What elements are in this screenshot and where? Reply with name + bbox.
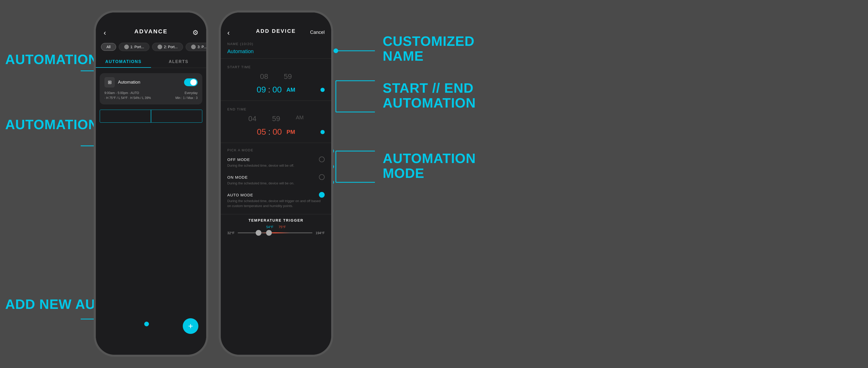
subnav-alerts[interactable]: ALERTS xyxy=(151,56,206,68)
annotation-customized-name: CUSTOMIZEDNAME xyxy=(383,34,475,64)
end-minutes-active[interactable]: 00 xyxy=(273,127,282,137)
tab-port1-label: 1: Port... xyxy=(130,45,144,49)
temp-trigger-title: TEMPERATURE TRIGGER xyxy=(227,218,324,222)
mode-on-radio[interactable] xyxy=(319,174,324,180)
start-minutes-active[interactable]: 00 xyxy=(272,85,282,95)
end-time-inactive-row: 04 59 AM xyxy=(221,113,331,125)
phone2-cancel-button[interactable]: Cancel xyxy=(310,30,324,35)
phone2-header: ‹ ADD DEVICE Cancel xyxy=(221,12,331,39)
temp-slider-row: 32°F 194°F xyxy=(227,231,324,235)
phone1-frame: ‹ ADVANCE ⚙ All 1: Port... 2: Port... 3:… xyxy=(94,10,208,357)
end-hours-inactive: 04 xyxy=(248,115,256,123)
start-time-label: START TIME xyxy=(221,62,331,70)
tab-port3-dot xyxy=(191,44,196,49)
automation-card-icon: ⊞ xyxy=(104,77,115,88)
mode-off-header: OFF MODE xyxy=(227,156,324,162)
tab-port1[interactable]: 1: Port... xyxy=(119,43,150,51)
temp-max-label: 194°F xyxy=(315,231,324,235)
phone1-tabs-row: All 1: Port... 2: Port... 3: P... xyxy=(96,40,206,54)
name-field-container: Automation xyxy=(221,47,331,59)
temp-low-label: 54°F xyxy=(266,225,273,229)
annotation-automation-mode: AUTOMATIONMODE xyxy=(383,151,476,181)
temp-trigger-labels: 54°F 75°F xyxy=(227,225,324,229)
mode-auto-label: AUTO MODE xyxy=(227,193,253,197)
selection-box-1[interactable] xyxy=(100,110,151,123)
end-hours-active[interactable]: 05 xyxy=(257,127,266,137)
mode-auto-header: AUTO MODE xyxy=(227,192,324,198)
automation-card-header: ⊞ Automation xyxy=(104,77,197,88)
annotation-start-end: START // ENDAUTOMATION xyxy=(383,81,476,111)
start-time-inactive-row: 08 59 xyxy=(221,70,331,83)
selection-box-2[interactable] xyxy=(151,110,202,123)
mode-auto[interactable]: AUTO MODE During the scheduled time, dev… xyxy=(221,189,331,211)
automation-card-details: 9:00am - 5:00pm · AUTO · H 75°F / L 54°F… xyxy=(104,91,197,100)
pick-mode-label: PICK A MODE xyxy=(221,146,331,153)
mode-auto-desc: During the scheduled time, device will t… xyxy=(227,199,324,208)
temp-slider-thumb-high[interactable] xyxy=(266,230,272,236)
start-time-connector-dot xyxy=(320,88,324,92)
phone1-title: ADVANCE xyxy=(134,28,168,35)
tab-port3-label: 3: P... xyxy=(197,45,206,49)
end-ampm[interactable]: PM xyxy=(287,129,295,135)
tab-port2[interactable]: 2: Port... xyxy=(152,43,183,51)
end-ampm-inactive: AM xyxy=(296,115,304,123)
mode-off-desc: During the scheduled time, device will b… xyxy=(227,163,324,168)
phone2-frame: ‹ ADD DEVICE Cancel NAME (10/20) Automat… xyxy=(219,10,333,357)
end-time-active-row: 05 : 00 PM xyxy=(221,125,331,139)
phone1-back-button[interactable]: ‹ xyxy=(104,29,106,37)
temp-slider-track[interactable] xyxy=(238,232,313,233)
phone1-header: ‹ ADVANCE ⚙ xyxy=(96,12,206,40)
tab-port3[interactable]: 3: P... xyxy=(186,43,206,51)
mode-on-desc: During the scheduled time, device will b… xyxy=(227,181,324,186)
tab-port1-dot xyxy=(124,44,129,49)
automation-card-name: Automation xyxy=(118,80,181,85)
mode-off-radio[interactable] xyxy=(319,156,324,162)
automation-card-right: Everyday Min : 1 / Max : 3 xyxy=(176,91,197,100)
tab-port2-dot xyxy=(157,44,162,49)
automation-conditions: · H 75°F / L 54°F · H 54% / L 39% xyxy=(104,96,151,100)
subnav-automations[interactable]: AUTOMATIONS xyxy=(96,56,151,68)
end-time-section: END TIME 04 59 AM 05 : 00 PM xyxy=(221,101,331,143)
phone1-subnav: AUTOMATIONS ALERTS xyxy=(96,56,206,68)
name-input[interactable]: Automation xyxy=(227,49,324,55)
svg-point-9 xyxy=(334,49,338,53)
tab-all-label: All xyxy=(106,45,111,49)
start-minutes-inactive: 59 xyxy=(284,72,292,81)
phone2-title: ADD DEVICE xyxy=(256,28,296,34)
automation-frequency: Everyday xyxy=(176,91,197,96)
phone1-screen: ‹ ADVANCE ⚙ All 1: Port... 2: Port... 3:… xyxy=(96,12,206,355)
start-hours-active[interactable]: 09 xyxy=(257,85,266,95)
automation-min-max: Min : 1 / Max : 3 xyxy=(176,96,197,100)
automation-toggle-switch[interactable] xyxy=(184,79,197,86)
phone1-gear-icon[interactable]: ⚙ xyxy=(192,29,198,37)
start-time-active-row: 09 : 00 AM xyxy=(221,83,331,97)
start-time-section: START TIME 08 59 09 : 00 AM xyxy=(221,59,331,101)
fab-connector-dot xyxy=(144,321,149,326)
automation-card[interactable]: ⊞ Automation 9:00am - 5:00pm · AUTO · H … xyxy=(100,73,202,104)
mode-off-label: OFF MODE xyxy=(227,157,250,162)
mode-auto-radio[interactable] xyxy=(319,192,324,198)
automation-card-info: 9:00am - 5:00pm · AUTO · H 75°F / L 54°F… xyxy=(104,91,151,100)
temperature-trigger-section: TEMPERATURE TRIGGER 54°F 75°F 32°F 194°F xyxy=(221,214,331,239)
mode-on[interactable]: ON MODE During the scheduled time, devic… xyxy=(221,171,331,189)
phone2-screen: ‹ ADD DEVICE Cancel NAME (10/20) Automat… xyxy=(221,12,331,355)
pick-mode-section: PICK A MODE OFF MODE During the schedule… xyxy=(221,143,331,214)
phone2-back-button[interactable]: ‹ xyxy=(227,29,229,37)
automation-selection-boxes xyxy=(100,110,202,123)
mode-off[interactable]: OFF MODE During the scheduled time, devi… xyxy=(221,153,331,171)
add-automation-fab[interactable]: + xyxy=(183,318,198,334)
start-time-colon: : xyxy=(268,85,270,95)
tab-port2-label: 2: Port... xyxy=(164,45,178,49)
start-hours-inactive: 08 xyxy=(260,72,268,81)
end-time-colon: : xyxy=(268,127,271,137)
mode-on-label: ON MODE xyxy=(227,175,248,179)
temp-min-label: 32°F xyxy=(227,231,235,235)
start-ampm[interactable]: AM xyxy=(286,87,295,93)
temp-high-label: 75°F xyxy=(279,225,286,229)
end-time-label: END TIME xyxy=(221,105,331,113)
tab-all[interactable]: All xyxy=(101,43,116,51)
temp-slider-thumb-low[interactable] xyxy=(256,230,261,236)
name-section-label: NAME (10/20) xyxy=(221,39,331,47)
automation-schedule: 9:00am - 5:00pm · AUTO xyxy=(104,91,151,96)
toggle-knob xyxy=(190,79,196,85)
